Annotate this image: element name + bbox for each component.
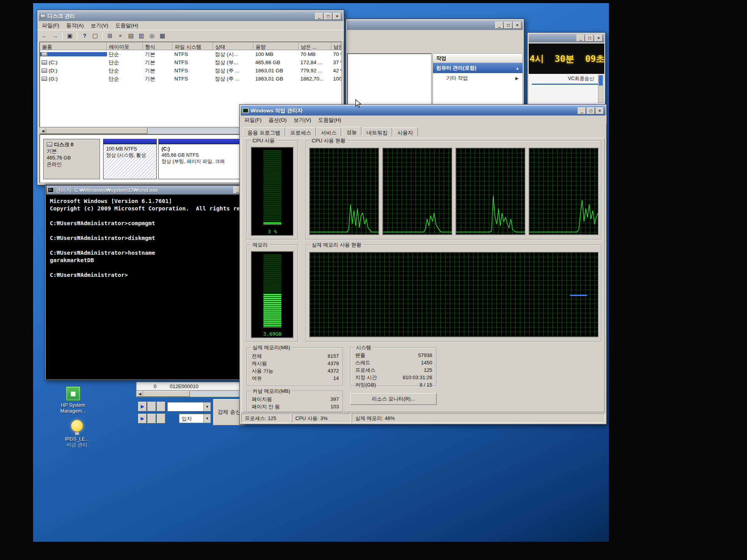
volume-row[interactable]: (G:) 단순 기본 NTFS 정상 (주 ... 1863,01 GB 186…	[40, 75, 341, 83]
horizontal-scrollbar[interactable]: ◀	[136, 390, 241, 397]
menu-file[interactable]: 파일(F)	[39, 21, 63, 30]
volume-row[interactable]: (C:) 단순 기본 NTFS 정상 (부... 465,66 GB 172,8…	[40, 58, 341, 66]
maximize-button[interactable]: □	[504, 22, 512, 29]
task-manager-icon	[242, 108, 249, 113]
column-header-free[interactable]: 남은 ...	[299, 42, 331, 50]
blank-button[interactable]	[157, 402, 165, 411]
lightbulb-icon	[71, 420, 83, 432]
tab-performance[interactable]: 성능	[342, 127, 361, 135]
scroll-left-icon[interactable]: ◀	[40, 128, 46, 134]
menu-view[interactable]: 보기(V)	[87, 21, 112, 30]
actions-item-more-actions[interactable]: 기타 작업 ▶	[433, 73, 523, 83]
minimize-button[interactable]: _	[578, 107, 586, 114]
taskman-titlebar[interactable]: Windows 작업 관리자 _ □ ×	[241, 106, 605, 116]
diskmgmt-titlebar[interactable]: 디스크 관리 _ □ ×	[39, 11, 343, 21]
minimize-button[interactable]: _	[495, 22, 503, 29]
disk0-info-panel[interactable]: 디스크 0 기본 465,76 GB 온라인	[43, 139, 100, 179]
menu-help[interactable]: 도움말(H)	[315, 116, 345, 125]
entry-dropdown[interactable]: 입차 ▼	[179, 414, 211, 423]
groupbox-label: CPU 사용	[251, 137, 277, 144]
forward-icon[interactable]: →	[50, 32, 60, 40]
play-button[interactable]: ▶	[138, 402, 147, 411]
volume-cell[interactable]: (G:)	[40, 76, 107, 82]
desktop-icon-ipgs[interactable]: IPGS_LE... 비금 관리	[56, 420, 98, 448]
dropdown-select[interactable]: ▼	[167, 402, 211, 411]
tab-applications[interactable]: 응용 프로그램	[243, 128, 285, 136]
export-icon[interactable]: ⊞	[105, 32, 115, 40]
scroll-left-icon[interactable]: ◀	[137, 391, 143, 397]
cmd-output[interactable]: Microsoft Windows [Version 6.1.7601] Cop…	[46, 195, 261, 379]
scrollbar-thumb[interactable]	[46, 128, 147, 134]
column-header-layout[interactable]: 레이아웃	[107, 42, 143, 50]
console-window-icon[interactable]: ▣	[65, 32, 75, 40]
menu-file[interactable]: 파일(F)	[241, 116, 265, 125]
menu-options[interactable]: 옵션(O)	[265, 116, 290, 125]
column-header-status[interactable]: 상태	[213, 42, 254, 50]
disk-type: 기본	[47, 148, 96, 154]
close-button[interactable]: ×	[594, 35, 603, 42]
collapse-icon[interactable]: ▲	[516, 66, 519, 70]
volume-cell-selected[interactable]	[40, 52, 107, 56]
partition-color-band	[103, 139, 156, 144]
actions-item-computer-management[interactable]: 컴퓨터 관리(로컬) ▲	[433, 63, 523, 73]
close-button[interactable]: ×	[513, 22, 521, 29]
cell-free: 1862,70...	[299, 76, 331, 82]
chevron-down-icon[interactable]: ▼	[203, 414, 210, 423]
maximize-button[interactable]: □	[324, 13, 332, 20]
cpu-usage-value: 3 %	[252, 229, 293, 234]
minimize-button[interactable]: _	[577, 35, 585, 42]
tab-processes[interactable]: 프로세스	[286, 128, 316, 136]
column-header-volume[interactable]: 볼륨	[40, 42, 107, 50]
resource-monitor-button[interactable]: 리소스 모니터(R)...	[350, 393, 437, 405]
cell-layout: 단순	[107, 51, 143, 58]
cpu-history-graph-2	[382, 148, 452, 235]
clock-titlebar[interactable]: _ □ ×	[529, 34, 604, 42]
help-icon[interactable]: ?	[80, 32, 89, 40]
maximize-button[interactable]: □	[586, 35, 594, 42]
cmd-titlebar[interactable]: C: 관리자: C:₩Windows₩system32₩cmd.exe _ □ …	[46, 186, 261, 194]
scrollbar-thumb[interactable]	[599, 75, 603, 86]
column-header-capacity[interactable]: 용량	[254, 42, 299, 50]
column-header-type[interactable]: 형식	[143, 42, 173, 50]
cpu-history-groupbox: CPU 사용 현황	[306, 140, 601, 240]
blank-button[interactable]	[147, 414, 156, 424]
cmd-prompt-line: C:₩Users₩Administrator>	[50, 271, 258, 279]
tab-networking[interactable]: 네트워킹	[362, 128, 392, 136]
volume-row[interactable]: (D:) 단순 기본 NTFS 정상 (주 ... 1863,01 GB 779…	[40, 66, 341, 75]
tab-services[interactable]: 서비스	[316, 128, 342, 136]
scrollbar-thumb[interactable]	[143, 391, 190, 397]
menu-help[interactable]: 도움말(H)	[112, 21, 142, 30]
stat-row: 사용 가능4372	[247, 367, 343, 374]
blank-button[interactable]	[157, 414, 165, 424]
stat-row: 커밋(GB)8 / 15	[351, 381, 436, 388]
search-icon[interactable]: ◎	[147, 32, 157, 40]
play-button[interactable]: ▶	[138, 414, 147, 424]
cell-free: 172,84 ...	[299, 60, 331, 65]
minimize-button[interactable]: _	[315, 13, 323, 20]
volume-cell[interactable]: (C:)	[40, 60, 107, 65]
volume-cell[interactable]: (D:)	[40, 68, 107, 74]
compmgmt-titlebar[interactable]: _ □ ×	[347, 20, 523, 30]
blank-button[interactable]	[147, 402, 156, 411]
properties-icon[interactable]: ▤	[126, 32, 136, 40]
partition-system[interactable]: 100 MB NTFS 정상 (시스템, 활성	[103, 139, 157, 179]
column-header-free-pct[interactable]: 남은	[331, 42, 341, 50]
cell-capacity: 1863,01 GB	[254, 76, 299, 82]
menu-view[interactable]: 보기(V)	[290, 116, 315, 125]
delete-icon[interactable]: ×	[116, 32, 125, 40]
desktop-icon-hp-system[interactable]: HP System Managem...	[52, 386, 95, 414]
menu-action[interactable]: 동작(A)	[63, 21, 87, 30]
vertical-scrollbar[interactable]	[598, 75, 603, 103]
chevron-down-icon[interactable]: ▼	[203, 402, 210, 411]
tab-users[interactable]: 사용자	[393, 128, 418, 136]
maximize-button[interactable]: □	[587, 107, 595, 114]
groupbox-label: 실제 메모리(MB)	[251, 344, 292, 351]
views-icon[interactable]: ▦	[158, 32, 167, 40]
window-icon[interactable]: ▢	[90, 32, 100, 40]
volume-row[interactable]: 단순 기본 NTFS 정상 (시... 100 MB 70 MB 70 %	[40, 50, 341, 58]
back-icon[interactable]: ←	[40, 32, 49, 40]
column-header-filesystem[interactable]: 파일 시스템	[173, 42, 213, 50]
close-button[interactable]: ×	[596, 107, 604, 114]
open-folder-icon[interactable]: ▥	[137, 32, 146, 40]
close-button[interactable]: ×	[333, 13, 341, 20]
